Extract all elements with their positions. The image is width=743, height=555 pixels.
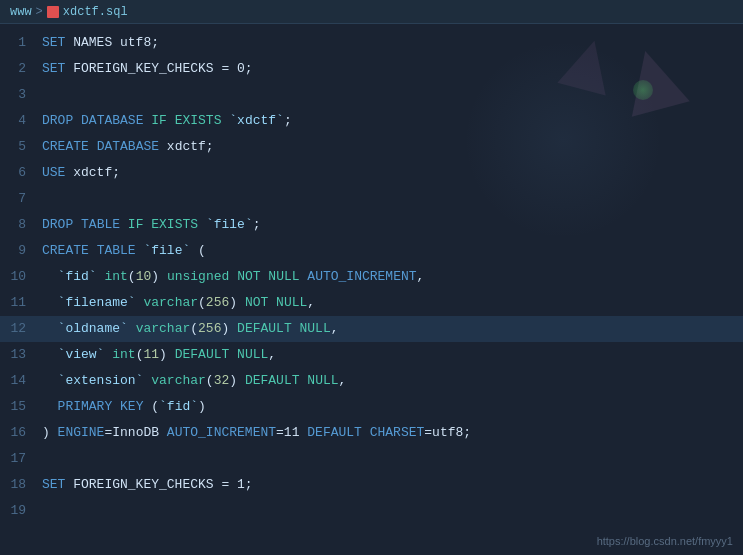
token-kw3: NULL bbox=[307, 373, 338, 388]
line-content: `view` int(11) DEFAULT NULL, bbox=[42, 342, 276, 368]
token-val: , bbox=[307, 295, 315, 310]
token-val: ( bbox=[206, 373, 214, 388]
token-val bbox=[89, 243, 97, 258]
code-line: 18SET FOREIGN_KEY_CHECKS = 1; bbox=[0, 472, 743, 498]
token-kw3: unsigned bbox=[167, 269, 229, 284]
token-val: , bbox=[331, 321, 339, 336]
token-num: 10 bbox=[136, 269, 152, 284]
token-kw: SET bbox=[42, 61, 65, 76]
token-val bbox=[229, 347, 237, 362]
token-val: ( bbox=[198, 295, 206, 310]
token-type: varchar bbox=[143, 295, 198, 310]
token-bt: `fid` bbox=[159, 399, 198, 414]
token-val: ) bbox=[151, 269, 159, 284]
line-content: `extension` varchar(32) DEFAULT NULL, bbox=[42, 368, 346, 394]
breadcrumb-filename: xdctf.sql bbox=[63, 5, 128, 19]
token-kw3: NOT NULL bbox=[237, 269, 299, 284]
line-content: `oldname` varchar(256) DEFAULT NULL, bbox=[42, 316, 339, 342]
token-val: FOREIGN_KEY_CHECKS = 0; bbox=[65, 61, 252, 76]
code-line: 11 `filename` varchar(256) NOT NULL, bbox=[0, 290, 743, 316]
token-kw: DROP bbox=[42, 217, 73, 232]
line-number: 4 bbox=[0, 108, 42, 134]
token-kw3: NULL bbox=[300, 321, 331, 336]
line-content: SET FOREIGN_KEY_CHECKS = 1; bbox=[42, 472, 253, 498]
token-kw: KEY bbox=[120, 399, 143, 414]
token-kw: CHARSET bbox=[370, 425, 425, 440]
line-content: ) ENGINE=InnoDB AUTO_INCREMENT=11 DEFAUL… bbox=[42, 420, 471, 446]
token-val bbox=[292, 321, 300, 336]
token-type: int bbox=[112, 347, 135, 362]
line-content: SET FOREIGN_KEY_CHECKS = 0; bbox=[42, 56, 253, 82]
token-bt: `fid` bbox=[58, 269, 97, 284]
token-val bbox=[73, 217, 81, 232]
line-number: 15 bbox=[0, 394, 42, 420]
token-kw: SET bbox=[42, 35, 65, 50]
code-line: 15 PRIMARY KEY (`fid`) bbox=[0, 394, 743, 420]
line-content: PRIMARY KEY (`fid`) bbox=[42, 394, 206, 420]
line-number: 3 bbox=[0, 82, 42, 108]
token-type: int bbox=[104, 269, 127, 284]
token-val: ( bbox=[190, 243, 206, 258]
token-bt: `view` bbox=[58, 347, 105, 362]
token-val: , bbox=[417, 269, 425, 284]
line-number: 10 bbox=[0, 264, 42, 290]
token-val: ) bbox=[159, 347, 167, 362]
token-kw: CREATE bbox=[42, 243, 89, 258]
token-val bbox=[42, 269, 58, 284]
token-val: ( bbox=[190, 321, 198, 336]
line-number: 1 bbox=[0, 30, 42, 56]
line-number: 8 bbox=[0, 212, 42, 238]
token-val bbox=[362, 425, 370, 440]
token-val bbox=[42, 373, 58, 388]
token-kw: CREATE bbox=[42, 139, 89, 154]
token-val bbox=[42, 295, 58, 310]
token-num: 11 bbox=[143, 347, 159, 362]
token-bt: `extension` bbox=[58, 373, 144, 388]
token-val bbox=[229, 321, 237, 336]
token-val: ; bbox=[253, 217, 261, 232]
code-line: 3 bbox=[0, 82, 743, 108]
token-const: AUTO_INCREMENT bbox=[307, 269, 416, 284]
code-line: 13 `view` int(11) DEFAULT NULL, bbox=[0, 342, 743, 368]
token-val: ( bbox=[128, 269, 136, 284]
code-line: 19 bbox=[0, 498, 743, 524]
token-type: varchar bbox=[151, 373, 206, 388]
token-val: =11 bbox=[276, 425, 307, 440]
token-num: 32 bbox=[214, 373, 230, 388]
token-val bbox=[42, 321, 58, 336]
token-bt: `filename` bbox=[58, 295, 136, 310]
token-val: FOREIGN_KEY_CHECKS = 1; bbox=[65, 477, 252, 492]
code-line: 1SET NAMES utf8; bbox=[0, 30, 743, 56]
code-line: 16) ENGINE=InnoDB AUTO_INCREMENT=11 DEFA… bbox=[0, 420, 743, 446]
line-content: SET NAMES utf8; bbox=[42, 30, 159, 56]
token-kw: AUTO_INCREMENT bbox=[167, 425, 276, 440]
token-val bbox=[167, 347, 175, 362]
line-number: 9 bbox=[0, 238, 42, 264]
token-val bbox=[73, 113, 81, 128]
token-kw: ENGINE bbox=[58, 425, 105, 440]
token-val bbox=[89, 139, 97, 154]
token-kw3: IF EXISTS bbox=[151, 113, 221, 128]
line-number: 12 bbox=[0, 316, 42, 342]
code-line: 10 `fid` int(10) unsigned NOT NULL AUTO_… bbox=[0, 264, 743, 290]
code-line: 2SET FOREIGN_KEY_CHECKS = 0; bbox=[0, 56, 743, 82]
token-val: ) bbox=[229, 295, 237, 310]
line-number: 2 bbox=[0, 56, 42, 82]
token-kw: DATABASE bbox=[81, 113, 143, 128]
breadcrumb-file: xdctf.sql bbox=[47, 5, 128, 19]
token-val bbox=[128, 321, 136, 336]
token-val: xdctf; bbox=[159, 139, 214, 154]
token-kw: PRIMARY bbox=[58, 399, 113, 414]
token-kw: DROP bbox=[42, 113, 73, 128]
line-number: 7 bbox=[0, 186, 42, 212]
code-line: 7 bbox=[0, 186, 743, 212]
line-number: 17 bbox=[0, 446, 42, 472]
token-kw3: DEFAULT bbox=[237, 321, 292, 336]
code-line: 4DROP DATABASE IF EXISTS `xdctf`; bbox=[0, 108, 743, 134]
token-bt: `file` bbox=[206, 217, 253, 232]
line-number: 16 bbox=[0, 420, 42, 446]
token-val bbox=[42, 347, 58, 362]
line-number: 6 bbox=[0, 160, 42, 186]
token-val bbox=[198, 217, 206, 232]
line-content: CREATE TABLE `file` ( bbox=[42, 238, 206, 264]
